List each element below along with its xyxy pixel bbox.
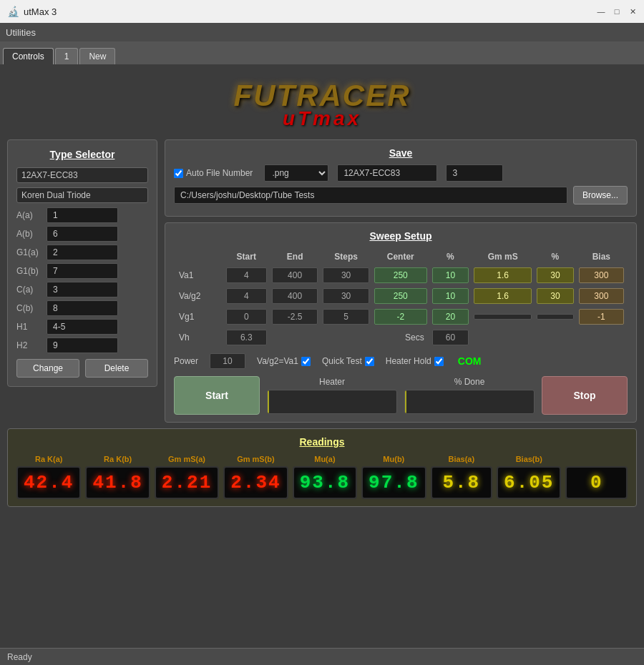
vag2-center: 250 xyxy=(374,288,427,304)
auto-file-number-label: Auto File Number xyxy=(174,168,253,178)
vag2-pct1: 10 xyxy=(432,288,469,304)
file-number-input[interactable] xyxy=(446,164,503,182)
pin-value-h1[interactable] xyxy=(47,319,118,335)
pct-done-progress-bar xyxy=(405,390,406,413)
col-header-steps: Steps xyxy=(321,250,370,264)
vag2-va1-checkbox[interactable] xyxy=(301,357,311,366)
vag2-bias: 300 xyxy=(579,288,624,304)
pct-done-progress-container xyxy=(404,390,535,414)
pin-label-cb: C(b) xyxy=(16,303,47,313)
pin-row-ca: C(a) xyxy=(16,282,148,297)
reading-col-biasb: Bias(b) 6.05 xyxy=(497,455,561,499)
type-selector-title: Type Selector xyxy=(16,149,148,160)
pin-label-ca: C(a) xyxy=(16,285,47,295)
tab-controls[interactable]: Controls xyxy=(3,48,54,64)
heater-label: Heater xyxy=(267,377,397,387)
heater-hold-checkbox[interactable] xyxy=(434,357,444,366)
vag2-steps: 30 xyxy=(323,288,369,304)
col-header-pct1: % xyxy=(431,250,470,264)
power-label: Power xyxy=(174,356,198,366)
va1-bias: 300 xyxy=(579,267,624,283)
col-header-end: End xyxy=(270,250,319,264)
delete-button[interactable]: Delete xyxy=(85,359,148,378)
va1-steps: 30 xyxy=(323,267,369,283)
maximize-button[interactable]: □ xyxy=(611,6,623,17)
pin-row-g1a: G1(a) xyxy=(16,245,148,260)
auto-file-number-checkbox[interactable] xyxy=(174,169,183,178)
power-value: 10 xyxy=(210,353,245,369)
heater-progress-container xyxy=(267,390,397,414)
vg1-steps: 5 xyxy=(323,309,369,325)
pin-value-g1b[interactable] xyxy=(47,263,118,279)
pin-label-g1a: G1(a) xyxy=(16,247,47,257)
va1-center: 250 xyxy=(374,267,427,283)
change-button[interactable]: Change xyxy=(16,359,79,378)
pin-value-cb[interactable] xyxy=(47,300,118,316)
vag2-va1-label: Va/g2=Va1 xyxy=(257,356,311,366)
stop-button[interactable]: Stop xyxy=(542,376,628,415)
vag2-end: 400 xyxy=(272,288,318,304)
logo-area: FUTRACER uTmax xyxy=(7,72,637,134)
col-header-pct2: % xyxy=(535,250,575,264)
pin-label-g1b: G1(b) xyxy=(16,266,47,276)
readings-title: Readings xyxy=(16,436,628,448)
vag2-start: 4 xyxy=(226,288,267,304)
mua-display: 93.8 xyxy=(293,466,357,499)
extra-display: 0 xyxy=(565,466,628,499)
pin-row-ab: A(b) xyxy=(16,226,148,242)
reading-col-gmsb: Gm mS(b) 2.34 xyxy=(223,455,288,499)
vag2-pct2: 30 xyxy=(537,288,573,304)
reading-col-biasa: Bias(a) 5.8 xyxy=(431,455,493,499)
vg1-center: -2 xyxy=(374,309,427,325)
gmsb-label: Gm mS(b) xyxy=(237,455,275,463)
pin-label-h2: H2 xyxy=(16,340,47,350)
raka-label: Ra K(a) xyxy=(35,455,63,463)
vg1-start: 0 xyxy=(226,309,267,325)
quick-test-checkbox[interactable] xyxy=(365,357,374,366)
sweep-row-va1: Va1 4 400 30 250 10 1.6 30 300 xyxy=(176,266,625,285)
heater-hold-label: Heater Hold xyxy=(386,356,444,366)
pin-value-h2[interactable] xyxy=(47,338,118,353)
pin-value-ca[interactable] xyxy=(47,282,118,297)
reading-col-mub: Mu(b) 97.8 xyxy=(361,455,426,499)
utilities-menu[interactable]: Utilities xyxy=(6,27,36,38)
vg1-gm xyxy=(474,314,532,320)
path-input[interactable] xyxy=(174,187,567,204)
save-title: Save xyxy=(174,147,628,159)
close-button[interactable]: ✕ xyxy=(627,6,638,17)
rakb-label: Ra K(b) xyxy=(104,455,132,463)
start-button[interactable]: Start xyxy=(174,376,260,415)
pin-value-g1a[interactable] xyxy=(47,245,118,260)
model-select[interactable]: Koren Dual Triode xyxy=(16,187,148,203)
mub-label: Mu(b) xyxy=(383,455,404,463)
col-header-center: Center xyxy=(373,250,429,264)
tab-1[interactable]: 1 xyxy=(55,48,79,64)
control-row: Start Heater % Done Stop xyxy=(174,376,628,415)
file-format-select[interactable]: .png xyxy=(264,164,328,182)
va1-label: Va1 xyxy=(176,266,223,285)
sweep-row-vag2: Va/g2 4 400 30 250 10 1.6 30 300 xyxy=(176,287,625,305)
pin-value-aa[interactable] xyxy=(47,207,118,223)
change-delete-row: Change Delete xyxy=(16,359,148,378)
model-dropdown-row: Koren Dual Triode xyxy=(16,187,148,203)
pct-done-progress-area: % Done xyxy=(404,377,535,414)
browse-button[interactable]: Browse... xyxy=(573,186,628,205)
sweep-row-vg1: Vg1 0 -2.5 5 -2 20 -1 xyxy=(176,307,625,326)
utmax-logo: uTmax xyxy=(7,107,637,130)
pin-label-h1: H1 xyxy=(16,322,47,332)
secs-value: 60 xyxy=(432,330,469,345)
vg1-pct2 xyxy=(537,314,573,320)
pin-row-g1b: G1(b) xyxy=(16,263,148,279)
tube-name-input[interactable] xyxy=(337,164,437,182)
pin-value-ab[interactable] xyxy=(47,226,118,242)
pct-done-label: % Done xyxy=(404,377,535,387)
right-panel: Save Auto File Number .png xyxy=(165,139,637,423)
tab-new[interactable]: New xyxy=(79,48,115,64)
vg1-bias: -1 xyxy=(579,309,624,325)
secs-label: Secs xyxy=(373,328,429,347)
reading-col-raka: Ra K(a) 42.4 xyxy=(16,455,81,499)
tube-type-select[interactable]: 12AX7-ECC83 xyxy=(16,167,148,183)
minimize-button[interactable]: — xyxy=(595,6,607,17)
vg1-label: Vg1 xyxy=(176,307,223,326)
vag2-gm: 1.6 xyxy=(474,288,532,304)
